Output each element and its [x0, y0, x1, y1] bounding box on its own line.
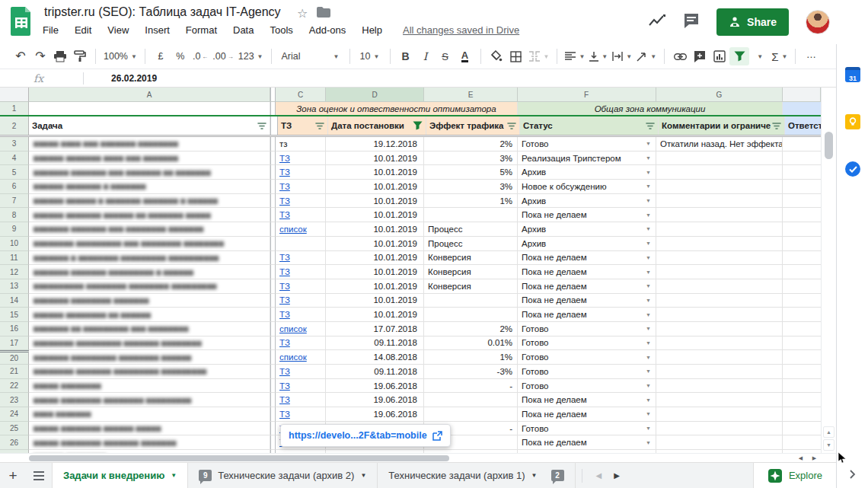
cell-task[interactable]: ▆▆▆▆▆▆▆ ▆ ▆▆▆▆▆▆▆▆ ▆▆▆▆▆▆▆▆▆ ▆▆▆▆▆▆▆▆▆▆: [29, 251, 270, 266]
comment-history-icon[interactable]: [683, 12, 700, 32]
column-header-C[interactable]: C: [276, 88, 326, 102]
merge-cells-button[interactable]: ▼: [526, 47, 552, 65]
cell-status[interactable]: Пока не делаем▼: [518, 251, 656, 266]
cell-effect[interactable]: Конверсия: [424, 265, 518, 279]
row-number[interactable]: 20: [0, 350, 29, 365]
cell-comment[interactable]: [656, 194, 783, 209]
share-button[interactable]: Share: [716, 8, 789, 36]
row-number[interactable]: 3: [0, 137, 29, 152]
scroll-up-button[interactable]: ▲: [823, 426, 834, 438]
cell-effect[interactable]: Процесс: [424, 222, 518, 237]
paint-format-button[interactable]: [70, 47, 90, 65]
cell-task[interactable]: ▆▆▆▆▆▆ ▆▆▆▆▆▆▆ ▆▆▆▆▆▆ ▆▆ ▆▆▆▆▆▆▆ ▆▆▆▆▆: [29, 208, 270, 222]
row-number[interactable]: 23: [0, 393, 29, 407]
cell-task[interactable]: ▆▆▆▆▆▆▆▆ ▆▆▆▆▆▆▆ ▆▆▆▆▆▆▆▆▆ ▆▆▆▆▆▆▆▆▆: [29, 365, 270, 379]
status-dropdown-icon[interactable]: ▼: [646, 397, 651, 403]
cell-status[interactable]: Архив▼: [518, 237, 656, 251]
cell-comment[interactable]: [656, 350, 783, 365]
cell-comment[interactable]: [656, 365, 783, 379]
tz-link[interactable]: ТЗ: [276, 167, 290, 177]
insights-icon[interactable]: [648, 13, 666, 31]
row-number[interactable]: 7: [0, 194, 29, 209]
zoom-select[interactable]: 100%▼: [101, 47, 139, 65]
bold-button[interactable]: B: [396, 47, 416, 65]
fill-color-button[interactable]: [487, 47, 506, 65]
cell-tz[interactable]: [276, 237, 326, 251]
cell-task[interactable]: ▆▆▆▆▆▆ ▆▆▆▆▆▆ ▆ ▆▆▆▆▆▆▆ ▆▆▆▆▆▆▆ ▆ ▆▆▆▆▆▆: [29, 194, 270, 209]
cell-responsible[interactable]: [783, 194, 821, 209]
cell-tz[interactable]: ТЗ: [276, 308, 326, 322]
column-header-E[interactable]: E: [424, 88, 518, 102]
cell-date[interactable]: 10.01.2019: [326, 194, 424, 209]
status-dropdown-icon[interactable]: ▼: [646, 241, 651, 246]
tz-link[interactable]: ТЗ: [276, 367, 290, 376]
cell-comment[interactable]: [656, 435, 783, 450]
cell-effect[interactable]: Процесс: [424, 237, 518, 251]
prev-sheet-arrow[interactable]: ◀: [596, 471, 602, 480]
undo-button[interactable]: ↶: [11, 47, 30, 65]
menu-insert[interactable]: Insert: [145, 24, 170, 36]
row-number[interactable]: 10: [0, 237, 29, 251]
functions-menu[interactable]: Σ▼: [769, 47, 790, 65]
tz-link[interactable]: список: [276, 225, 307, 234]
header-comments[interactable]: Комментарии и ограниче: [659, 116, 785, 135]
sheet-tab-2[interactable]: 9 Технические задачи (архив 2) ▼: [188, 463, 378, 488]
cell-effect[interactable]: [424, 407, 518, 422]
column-header-H[interactable]: [783, 88, 821, 102]
status-dropdown-icon[interactable]: ▼: [646, 212, 651, 218]
account-avatar[interactable]: [806, 10, 830, 34]
tz-link[interactable]: список: [276, 352, 307, 362]
cell-status[interactable]: Пока не делаем▼: [518, 393, 656, 407]
cell-comment[interactable]: [656, 180, 783, 194]
row-number[interactable]: 16: [0, 322, 29, 336]
row-number[interactable]: 21: [0, 365, 29, 379]
cell-effect[interactable]: 3%: [424, 180, 518, 194]
cell-tz[interactable]: ТЗ: [276, 393, 326, 407]
cell-date[interactable]: 10.01.2019: [326, 279, 424, 294]
cell-effect[interactable]: 1%: [424, 350, 518, 365]
cell-status[interactable]: Готово▼: [518, 137, 656, 152]
row-number[interactable]: 17: [0, 336, 29, 351]
tz-link[interactable]: ТЗ: [276, 267, 290, 276]
menu-help[interactable]: Help: [362, 24, 382, 36]
decrease-decimal-button[interactable]: .0←: [190, 47, 210, 65]
menu-file[interactable]: File: [43, 24, 59, 36]
text-wrap-menu[interactable]: ▼: [610, 47, 634, 65]
cell-comment[interactable]: Откатили назад. Нет эффекта: [656, 137, 783, 152]
cell-tz[interactable]: ТЗ: [276, 279, 326, 294]
italic-button[interactable]: I: [416, 47, 436, 65]
tasks-icon[interactable]: [845, 161, 860, 177]
tz-link[interactable]: ТЗ: [276, 338, 290, 347]
cell-status[interactable]: Готово▼: [518, 322, 656, 336]
row-number[interactable]: 6: [0, 180, 29, 194]
row-number[interactable]: 15: [0, 308, 29, 322]
font-select[interactable]: Arial▼: [277, 47, 344, 65]
cell-date[interactable]: 19.06.2018: [326, 407, 424, 422]
folder-icon[interactable]: [317, 7, 330, 21]
cell-responsible[interactable]: [783, 137, 821, 152]
cell-date[interactable]: 14.08.2018: [326, 350, 424, 365]
status-dropdown-icon[interactable]: ▼: [646, 368, 651, 374]
cell-status[interactable]: Реализация Трипстером▼: [518, 152, 656, 166]
calendar-icon[interactable]: 31: [845, 67, 860, 82]
cell-responsible[interactable]: [783, 422, 821, 436]
menu-view[interactable]: View: [107, 24, 129, 36]
cell-status[interactable]: Готово▼: [518, 379, 656, 394]
cell-task[interactable]: ▆▆▆▆▆▆▆ ▆▆▆▆▆▆▆▆ ▆▆▆▆▆▆▆: [29, 294, 270, 308]
cell-date[interactable]: 19.06.2018: [326, 393, 424, 407]
cell-effect[interactable]: 0.01%: [424, 336, 518, 351]
tooltip-url-link[interactable]: https://develo...2F&tab=mobile: [289, 430, 427, 441]
filter-views-menu[interactable]: ▼: [749, 47, 769, 65]
cell-responsible[interactable]: [783, 350, 821, 365]
cell-tz[interactable]: ТЗ: [276, 407, 326, 422]
row-number[interactable]: 13: [0, 279, 29, 294]
hide-side-panel-icon[interactable]: [847, 469, 857, 483]
document-title[interactable]: tripster.ru (SEO): Таблица задач IT-Agen…: [44, 5, 281, 19]
tab-menu-icon[interactable]: ▼: [531, 472, 538, 479]
status-dropdown-icon[interactable]: ▼: [646, 411, 651, 416]
header-effect[interactable]: Эффект трафика: [426, 116, 520, 135]
sheets-logo-icon[interactable]: [11, 7, 32, 39]
tz-link[interactable]: ТЗ: [276, 395, 290, 404]
cell-tz[interactable]: ТЗ: [276, 294, 326, 308]
cell-comment[interactable]: [656, 422, 783, 436]
